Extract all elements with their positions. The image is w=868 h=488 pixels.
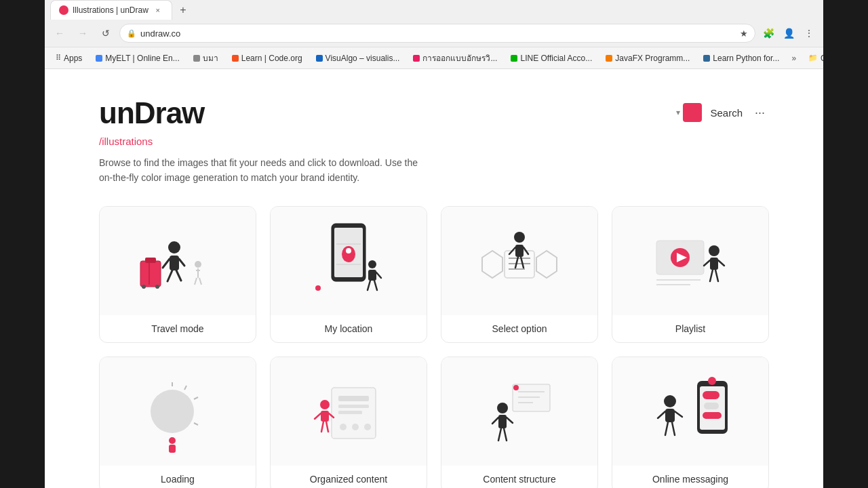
bookmark-line[interactable]: LINE Official Acco... xyxy=(505,52,597,64)
svg-point-28 xyxy=(315,285,321,291)
bookmark-visalgo[interactable]: VisuAlgo – visualis... xyxy=(311,52,406,64)
bookmark-myelt[interactable]: MyELT | Online En... xyxy=(90,52,184,64)
new-tab-button[interactable]: + xyxy=(175,2,191,18)
bookmark-apps[interactable]: ⠿ Apps xyxy=(50,52,87,64)
other-bookmarks[interactable]: 📁 Other Bookmarks xyxy=(803,52,823,64)
illustration-card-organized-content[interactable]: Organized content xyxy=(270,357,427,488)
more-menu-button[interactable]: ⋮ xyxy=(800,24,818,42)
svg-point-19 xyxy=(346,248,351,253)
card-image-select-option xyxy=(441,207,597,315)
color-swatch xyxy=(683,103,702,122)
svg-line-79 xyxy=(492,418,498,424)
my-location-illustration xyxy=(294,217,403,305)
bookmark-python[interactable]: Learn Python for... xyxy=(698,52,785,64)
svg-rect-0 xyxy=(140,261,161,287)
svg-marker-34 xyxy=(536,251,557,278)
svg-point-77 xyxy=(497,403,508,413)
bookmarks-more-button[interactable]: » xyxy=(787,52,800,64)
svg-point-65 xyxy=(364,424,371,430)
back-button[interactable]: ← xyxy=(50,24,69,43)
svg-point-52 xyxy=(151,390,194,433)
select-option-illustration xyxy=(465,217,574,305)
svg-line-8 xyxy=(179,259,184,266)
site-title: unDraw xyxy=(99,96,425,130)
page-content: unDraw /illustrations Browse to find the… xyxy=(45,69,823,488)
illustrations-grid: Travel mode xyxy=(99,206,769,488)
svg-rect-1 xyxy=(145,258,156,263)
reload-button[interactable]: ↺ xyxy=(96,24,115,43)
breadcrumb: /illustrations xyxy=(99,136,425,147)
svg-line-92 xyxy=(675,411,682,417)
svg-point-3 xyxy=(142,285,146,289)
illustration-card-content-structure[interactable]: Content structure xyxy=(441,357,598,488)
svg-line-54 xyxy=(184,386,186,390)
illustration-card-travel-mode[interactable]: Travel mode xyxy=(99,206,256,343)
svg-point-35 xyxy=(514,232,525,243)
svg-point-23 xyxy=(368,260,376,268)
card-image-my-location xyxy=(271,207,427,315)
card-label-loading: Loading xyxy=(100,466,256,488)
address-text: undraw.co xyxy=(140,28,736,39)
nav-bar: ← → ↺ 🔒 undraw.co ★ 🧩 👤 ⋮ xyxy=(45,20,823,47)
tab-title: Illustrations | unDraw xyxy=(73,5,149,15)
svg-point-64 xyxy=(352,424,359,430)
svg-rect-67 xyxy=(321,411,329,422)
address-bar[interactable]: 🔒 undraw.co ★ xyxy=(119,24,755,43)
card-image-playlist xyxy=(612,207,768,315)
svg-line-81 xyxy=(498,428,501,441)
svg-line-82 xyxy=(504,428,507,441)
bookmark-thai[interactable]: การออกแบบอักษรวิ... xyxy=(408,50,502,66)
bookmark-python-label: Learn Python for... xyxy=(713,54,779,63)
header-right: ▾ Search ··· xyxy=(676,103,769,122)
svg-line-71 xyxy=(326,422,328,432)
search-link[interactable]: Search xyxy=(710,107,743,119)
illustration-card-loading[interactable]: Loading xyxy=(99,357,256,488)
svg-line-10 xyxy=(176,270,181,281)
tab-favicon xyxy=(59,5,68,15)
svg-point-11 xyxy=(195,261,201,268)
svg-rect-90 xyxy=(665,409,675,422)
illustration-card-my-location[interactable]: My location xyxy=(270,206,427,343)
svg-rect-85 xyxy=(703,391,719,399)
bookmark-bma[interactable]: บมา xyxy=(188,50,224,66)
svg-rect-58 xyxy=(169,445,176,453)
card-image-loading xyxy=(100,357,256,466)
active-tab[interactable]: Illustrations | unDraw × xyxy=(50,0,172,20)
bookmark-codeorg[interactable]: Learn | Code.org xyxy=(226,52,308,64)
chevron-down-icon: ▾ xyxy=(676,108,680,117)
forward-button[interactable]: → xyxy=(73,24,92,43)
page-header: unDraw /illustrations Browse to find the… xyxy=(99,96,769,186)
bookmark-javafx[interactable]: JavaFX Programm... xyxy=(600,52,695,64)
illustration-card-online-messaging[interactable]: Online messaging xyxy=(612,357,769,488)
lock-icon: 🔒 xyxy=(127,29,136,38)
svg-point-63 xyxy=(340,424,347,430)
more-options-button[interactable]: ··· xyxy=(751,104,769,121)
svg-rect-60 xyxy=(338,396,369,401)
bookmark-myelt-label: MyELT | Online En... xyxy=(105,54,179,63)
online-messaging-illustration xyxy=(636,367,745,455)
extensions-icon[interactable]: 🧩 xyxy=(760,24,777,42)
playlist-illustration xyxy=(636,217,745,305)
bookmark-line-label: LINE Official Acco... xyxy=(520,54,592,63)
page-description: Browse to find the images that fit your … xyxy=(99,155,425,186)
svg-point-88 xyxy=(708,377,716,385)
bookmark-apps-label: Apps xyxy=(64,54,82,63)
color-picker[interactable]: ▾ xyxy=(676,103,702,122)
loading-illustration xyxy=(123,367,232,455)
bookmark-star-icon[interactable]: ★ xyxy=(740,28,748,39)
bookmark-visalgo-label: VisuAlgo – visualis... xyxy=(326,54,400,63)
account-icon[interactable]: 👤 xyxy=(780,24,797,42)
svg-point-5 xyxy=(168,241,180,253)
illustration-card-select-option[interactable]: Select option xyxy=(441,206,598,343)
svg-rect-6 xyxy=(170,256,179,270)
svg-rect-45 xyxy=(710,258,718,270)
svg-line-47 xyxy=(718,260,724,266)
tab-close-button[interactable]: × xyxy=(153,5,163,16)
card-label-travel-mode: Travel mode xyxy=(100,315,256,342)
svg-rect-24 xyxy=(368,270,376,281)
illustration-card-playlist[interactable]: Playlist xyxy=(612,206,769,343)
bookmark-codeorg-label: Learn | Code.org xyxy=(241,54,302,63)
svg-point-66 xyxy=(320,400,330,409)
card-image-travel-mode xyxy=(100,207,256,315)
svg-rect-86 xyxy=(704,403,719,409)
